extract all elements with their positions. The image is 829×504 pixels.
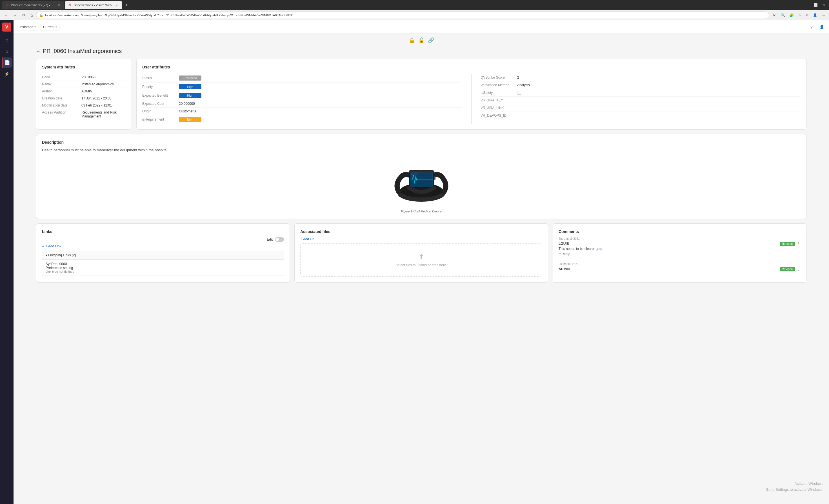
lock-icon[interactable]: 🔒	[409, 37, 415, 43]
home-button[interactable]: ⌂	[29, 12, 34, 19]
reopen-badge-1: Re-open	[780, 242, 795, 246]
user-attr-verification-method: Verification Method Analysis	[480, 81, 800, 89]
sidebar-item-graph[interactable]: ⚡	[2, 69, 12, 79]
user-attr-priority: Priority High	[142, 82, 462, 91]
nav-actions: Aᵃ 🔍 🧩 ☆ ⧉ 👤 ⋯	[771, 12, 827, 18]
reply-button-1[interactable]: ↩ Reply	[558, 252, 602, 255]
outgoing-header[interactable]: ▾ Outgoing Links (2)	[42, 251, 284, 260]
user-attr-origin: Origin Customer A	[142, 108, 462, 115]
user-attr-qvscribe: QVScribe Score 2	[480, 74, 800, 81]
settings-button[interactable]: ⋯	[820, 12, 827, 18]
links-title: Links	[42, 229, 284, 234]
add-link-button[interactable]: + + Add Link	[42, 244, 284, 249]
browser-tab-2[interactable]: V Specifications - Visure Web ✕	[65, 1, 122, 9]
status-badge: Reviewed	[179, 75, 202, 80]
user-attr-label-expected-benefit: Expected Benefit	[142, 94, 179, 98]
unlock-icon[interactable]: 🔓	[418, 37, 425, 43]
comment-body-1: LOUIS This needs to be clearer (1/9) ↩ R…	[558, 242, 800, 255]
user-attrs-left-col: Status Reviewed Priority High Expected B…	[142, 74, 462, 124]
back-arrow[interactable]: ←	[36, 49, 41, 54]
description-text: Health personnel must be able to maneuve…	[42, 148, 800, 152]
reply-icon: ↩	[558, 252, 561, 255]
url-input[interactable]: localhost/VisureAuthoring7/item?p=eyJwcm…	[45, 13, 766, 17]
system-attributes-title: System attributes	[42, 65, 126, 69]
comment-author-2: ADMIN	[558, 267, 570, 271]
app-sidebar: V ⌂ ☆ 📄 ⚡	[0, 20, 13, 504]
user-attr-label-vr-jira-link: VR_JIRA_LINK	[480, 106, 517, 110]
back-button[interactable]: ←	[2, 12, 9, 19]
favorites-button[interactable]: ☆	[797, 12, 803, 18]
attr-row-modification-date: Modification date 03 Feb 2022 - 12:01	[42, 102, 126, 109]
add-link-plus-icon: +	[42, 244, 44, 249]
user-attr-vr-devops-id: VR_DEVOPS_ID	[480, 112, 800, 119]
upload-area[interactable]: ⬆ Select files to upload or drop here.	[300, 243, 542, 277]
reopen-badge-2: Re-open	[780, 267, 795, 271]
refresh-button[interactable]: ↻	[20, 12, 27, 19]
comment-divider	[558, 260, 800, 260]
upload-icon: ⬆	[310, 253, 533, 261]
device-image	[393, 157, 449, 207]
issafety-checkbox[interactable]	[517, 91, 521, 95]
edit-toggle-switch[interactable]	[275, 237, 284, 242]
list-item: Tue Jan 19 2021 LOUIS This needs to be c…	[558, 237, 800, 255]
extensions-button[interactable]: 🧩	[788, 12, 795, 18]
version-dropdown[interactable]: Current ▾	[41, 24, 60, 30]
comment-actions-2: Re-open ⋮	[780, 267, 800, 271]
tab-close-2[interactable]: ✕	[114, 3, 119, 7]
comments-section: Tue Jan 19 2021 LOUIS This needs to be c…	[558, 237, 800, 271]
user-attr-label-priority: Priority	[142, 85, 179, 89]
user-attr-label-vr-devops-id: VR_DEVOPS_ID	[480, 113, 517, 117]
forward-button[interactable]: →	[11, 12, 19, 19]
associated-files-card: Associated files + Add Url ⬆ Select file…	[294, 223, 548, 283]
reader-mode-button[interactable]: Aᵃ	[771, 12, 778, 18]
top-cards-row: System attributes Code PR_0060 Name Inst…	[13, 59, 829, 134]
sidebar-item-document[interactable]: 📄	[2, 58, 12, 68]
content-area[interactable]: 🔒 🔓 🔗 ← PR_0060 InstaMed ergonomics Syst…	[13, 34, 829, 504]
close-button[interactable]: ✕	[821, 2, 827, 8]
user-attr-label-qvscribe: QVScribe Score	[480, 75, 517, 79]
user-attr-label-verification-method: Verification Method	[480, 83, 517, 87]
comment-content-2: ADMIN	[558, 267, 570, 271]
add-url-button[interactable]: + Add Url	[300, 237, 542, 241]
user-profile-button[interactable]: 👤	[818, 23, 826, 31]
browser-tab-1[interactable]: V Product Requirements (27) - Vis... ✕	[2, 1, 64, 9]
isrequirement-badge: Item	[179, 117, 202, 122]
lock-icon: 🔒	[39, 13, 43, 17]
outgoing-item-content: SysReq_0060 Preference setting Link type…	[46, 262, 74, 273]
collections-button[interactable]: ⧉	[804, 12, 810, 18]
user-attr-expected-cost: Expected Cost 20,000000	[142, 100, 462, 108]
link-icon[interactable]: 🔗	[428, 37, 434, 43]
description-title: Description	[42, 140, 800, 145]
minimize-button[interactable]: —	[804, 2, 811, 8]
device-caption: Figure 1-Cool Medical Device	[401, 210, 441, 213]
workspace-dropdown[interactable]: Instamed ▾	[17, 24, 38, 30]
search-button[interactable]: 🔍	[779, 12, 787, 18]
attr-value-code: PR_0060	[81, 75, 96, 79]
sidebar-item-favorites[interactable]: ☆	[2, 46, 12, 56]
new-tab-button[interactable]: +	[123, 2, 131, 8]
tab-favicon-1: V	[6, 3, 9, 7]
upload-text: Select files to upload or drop here.	[310, 263, 533, 267]
user-attr-label-isrequirement: isRequirement	[142, 117, 179, 121]
comments-card: Comments Tue Jan 19 2021 LOUIS	[553, 223, 806, 283]
attr-value-access-partition: Requirements and Risk Management	[81, 110, 126, 118]
attr-row-code: Code PR_0060	[42, 74, 126, 81]
device-image-container: Figure 1-Cool Medical Device	[42, 157, 800, 213]
tab-close-1[interactable]: ✕	[57, 3, 61, 7]
add-url-label: + Add Url	[300, 237, 314, 241]
outgoing-item-more-icon[interactable]: ⋮	[276, 265, 280, 271]
app-logo[interactable]: V	[2, 23, 11, 32]
profile-button[interactable]: 👤	[811, 12, 819, 18]
maximize-button[interactable]: ⬜	[812, 2, 820, 8]
user-attr-label-origin: Origin	[142, 109, 179, 113]
comment-meta-1: Tue Jan 19 2021	[558, 237, 580, 240]
workspace-label: Instamed	[20, 25, 33, 29]
edit-toggle-row: Edit	[42, 237, 284, 242]
page-header: ← PR_0060 InstaMed ergonomics	[13, 46, 829, 59]
sidebar-item-home[interactable]: ⌂	[2, 35, 12, 45]
address-bar[interactable]: 🔒 localhost/VisureAuthoring7/item?p=eyJw…	[36, 11, 769, 19]
comment-more-icon-2[interactable]: ⋮	[797, 267, 800, 271]
help-button[interactable]: ?	[807, 23, 816, 31]
comment-more-icon-1[interactable]: ⋮	[797, 242, 800, 246]
attr-value-name: InstaMed ergonomics	[81, 82, 114, 86]
